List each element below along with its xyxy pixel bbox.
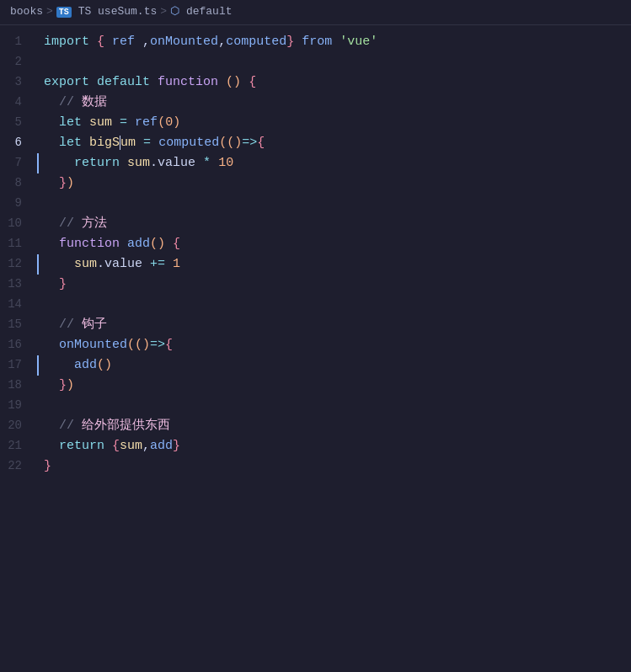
line-ind-7 [35,153,40,173]
line-ind-21 [35,436,40,456]
line-ind-14 [35,295,40,315]
line-content-18: }) [40,376,631,396]
line-ind-6 [35,133,40,153]
line-num-14: 14 [0,295,35,315]
line-ind-2 [35,52,40,72]
code-line-19: 19 [0,396,631,416]
code-line-4: 4 // 数据 [0,93,631,113]
line-content-3: export default function () { [40,72,631,93]
symbol-icon: ⬡ [170,5,179,18]
breadcrumb-symbol[interactable]: ⬡ default [170,3,232,21]
line-content-21: return {sum,add} [40,436,631,456]
code-line-8: 8 }) [0,173,631,194]
line-ind-1 [35,32,40,52]
line-ind-15 [35,315,40,335]
line-content-6: let bigSum = computed(()=>{ [40,133,631,153]
line-num-22: 22 [0,456,35,477]
line-num-7: 7 [0,153,35,173]
line-num-3: 3 [0,72,35,93]
breadcrumb-sep-1: > [46,3,53,21]
line-ind-10 [35,214,40,234]
line-content-11: function add() { [40,234,631,254]
breadcrumb-books[interactable]: books [10,3,43,21]
code-line-17: 17 add() [0,355,631,376]
code-line-6: 6 let bigSum = computed(()=>{ [0,133,631,153]
line-content-5: let sum = ref(0) [40,113,631,133]
line-content-13: } [40,275,631,295]
line-ind-3 [35,72,40,93]
line-content-4: // 数据 [40,93,631,113]
line-num-16: 16 [0,335,35,355]
code-line-22: 22 } [0,456,631,477]
line-content-19 [40,396,631,416]
line-num-17: 17 [0,355,35,376]
line-num-6: 6 [0,133,35,153]
code-line-20: 20 // 给外部提供东西 [0,416,631,436]
line-num-12: 12 [0,254,35,275]
line-ind-8 [35,173,40,194]
line-content-10: // 方法 [40,214,631,234]
line-content-1: import { ref ,onMounted,computed} from '… [40,32,631,52]
line-ind-18 [35,376,40,396]
line-ind-5 [35,113,40,133]
code-line-1: 1 import { ref ,onMounted,computed} from… [0,32,631,52]
line-num-15: 15 [0,315,35,335]
code-line-12: 12 sum.value += 1 [0,254,631,275]
code-line-13: 13 } [0,275,631,295]
line-num-1: 1 [0,32,35,52]
code-line-10: 10 // 方法 [0,214,631,234]
code-line-5: 5 let sum = ref(0) [0,113,631,133]
line-ind-16 [35,335,40,355]
line-content-15: // 钩子 [40,315,631,335]
line-num-21: 21 [0,436,35,456]
code-editor[interactable]: 1 import { ref ,onMounted,computed} from… [0,25,631,483]
line-ind-13 [35,275,40,295]
line-content-7: return sum.value * 10 [40,153,631,173]
line-num-18: 18 [0,376,35,396]
line-content-8: }) [40,173,631,194]
code-line-18: 18 }) [0,376,631,396]
line-num-2: 2 [0,52,35,72]
code-line-11: 11 function add() { [0,234,631,254]
breadcrumb-sep-2: > [160,3,167,21]
line-num-10: 10 [0,214,35,234]
line-content-20: // 给外部提供东西 [40,416,631,436]
line-content-12: sum.value += 1 [40,254,631,275]
code-line-15: 15 // 钩子 [0,315,631,335]
line-ind-4 [35,93,40,113]
line-ind-9 [35,194,40,214]
code-line-2: 2 [0,52,631,72]
code-line-16: 16 onMounted(()=>{ [0,335,631,355]
line-num-19: 19 [0,396,35,416]
code-line-14: 14 [0,295,631,315]
line-num-13: 13 [0,275,35,295]
line-content-16: onMounted(()=>{ [40,335,631,355]
line-num-11: 11 [0,234,35,254]
line-ind-20 [35,416,40,436]
editor-container: books > TS TS useSum.ts > ⬡ default 1 im… [0,0,631,483]
line-num-4: 4 [0,93,35,113]
line-content-2 [40,52,631,72]
line-ind-12 [35,254,40,275]
line-content-17: add() [40,355,631,376]
line-content-9 [40,194,631,214]
line-num-9: 9 [0,194,35,214]
code-line-9: 9 [0,194,631,214]
line-ind-11 [35,234,40,254]
breadcrumb-file[interactable]: TS TS useSum.ts [56,3,157,21]
line-ind-17 [35,355,40,376]
code-line-7: 7 return sum.value * 10 [0,153,631,173]
breadcrumb: books > TS TS useSum.ts > ⬡ default [0,0,631,25]
line-num-20: 20 [0,416,35,436]
line-num-5: 5 [0,113,35,133]
ts-file-icon: TS [56,7,72,18]
line-content-22: } [40,456,631,477]
line-ind-19 [35,396,40,416]
code-line-3: 3 export default function () { [0,72,631,93]
line-ind-22 [35,456,40,477]
code-line-21: 21 return {sum,add} [0,436,631,456]
line-num-8: 8 [0,173,35,194]
line-content-14 [40,295,631,315]
